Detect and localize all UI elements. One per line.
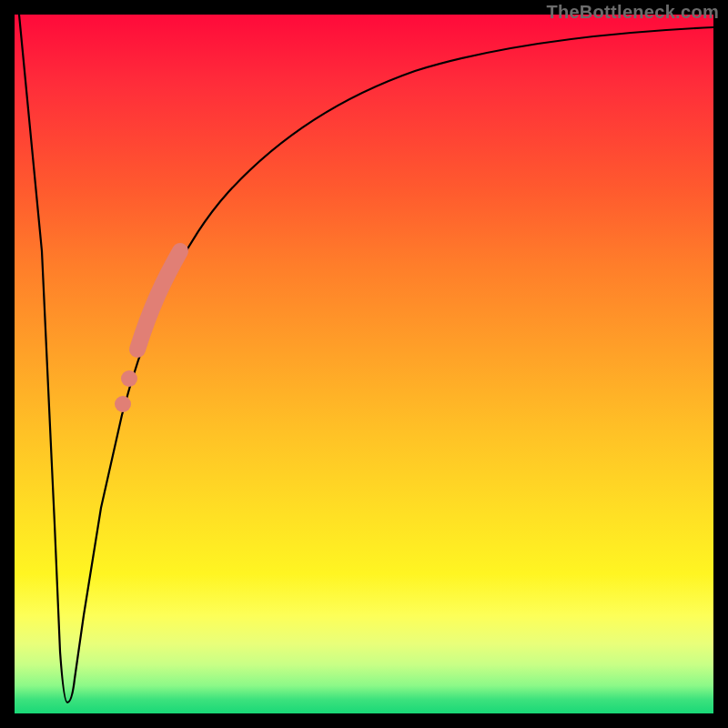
marker-dot-1 xyxy=(121,370,137,387)
curve-svg xyxy=(15,15,713,713)
plot-area xyxy=(15,15,713,713)
chart-frame: TheBottleneck.com xyxy=(0,0,728,728)
marker-dot-2 xyxy=(115,396,131,412)
marker-segment xyxy=(137,251,180,349)
bottleneck-curve xyxy=(19,15,713,703)
